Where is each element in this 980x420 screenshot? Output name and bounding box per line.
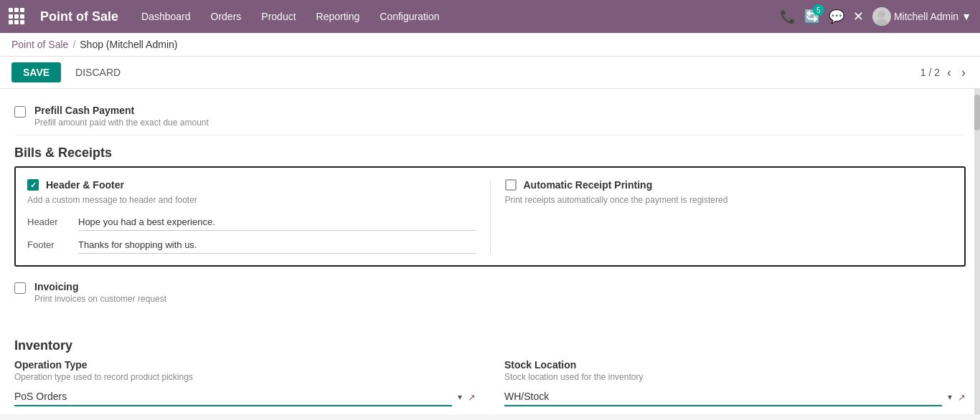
user-name: Mitchell Admin	[894, 11, 958, 22]
stock-location-hint: Stock location used for the inventory	[504, 372, 966, 382]
operation-type-label: Operation Type	[14, 359, 476, 371]
header-input[interactable]	[78, 214, 476, 231]
next-page-button[interactable]: ›	[958, 64, 969, 82]
auto-receipt-section: Automatic Receipt Printing Print receipt…	[505, 179, 953, 254]
prefill-info: Prefill Cash Payment Prefill amount paid…	[34, 105, 209, 128]
operation-type-group: Operation Type Operation type used to re…	[14, 359, 476, 406]
invoicing-checkbox-wrap[interactable]	[14, 282, 26, 296]
topnav: Point of Sale Dashboard Orders Product R…	[0, 0, 980, 33]
footer-label: Footer	[27, 237, 67, 250]
chat-icon[interactable]: 💬	[829, 9, 844, 24]
invoicing-row: Invoicing Print invoices on customer req…	[14, 274, 966, 311]
user-dropdown-icon: ▼	[961, 11, 971, 22]
invoicing-checkbox[interactable]	[14, 282, 26, 294]
nav-configuration[interactable]: Configuration	[371, 6, 448, 27]
topnav-right: 📞 🔄 5 💬 ✕ Mitchell Admin ▼	[780, 7, 971, 26]
scrollbar-track	[974, 89, 980, 414]
stock-location-select[interactable]: WH/Stock	[504, 388, 942, 406]
operation-type-col: Operation Type Operation type used to re…	[14, 359, 476, 414]
bills-receipts-box: Header & Footer Add a custom message to …	[14, 166, 966, 267]
footer-input[interactable]	[78, 237, 476, 254]
header-footer-header: Header & Footer	[27, 179, 476, 191]
stock-location-arrow: ▾	[948, 392, 952, 402]
main-content: Prefill Cash Payment Prefill amount paid…	[0, 89, 980, 414]
save-button[interactable]: SAVE	[11, 62, 61, 82]
stock-location-label: Stock Location	[504, 359, 966, 371]
breadcrumb-parent[interactable]: Point of Sale	[11, 39, 68, 50]
inventory-section: Inventory Operation Type Operation type …	[0, 320, 980, 414]
prefill-checkbox[interactable]	[14, 106, 26, 118]
nav-reporting[interactable]: Reporting	[308, 6, 369, 27]
bills-receipts-heading: Bills & Receipts	[14, 135, 966, 166]
action-buttons: SAVE DISCARD	[11, 62, 129, 82]
svg-point-1	[876, 19, 887, 26]
auto-receipt-label: Automatic Receipt Printing	[524, 179, 653, 191]
topnav-menu: Dashboard Orders Product Reporting Confi…	[133, 6, 765, 27]
action-bar: SAVE DISCARD 1 / 2 ‹ ›	[0, 57, 980, 89]
nav-orders[interactable]: Orders	[202, 6, 250, 27]
prefill-section: Prefill Cash Payment Prefill amount paid…	[0, 89, 980, 320]
footer-input-wrap	[78, 237, 476, 254]
prefill-label: Prefill Cash Payment	[34, 105, 209, 116]
pagination: 1 / 2 ‹ ›	[920, 64, 969, 82]
inventory-heading: Inventory	[14, 328, 966, 359]
auto-receipt-checkbox[interactable]	[505, 179, 517, 191]
nav-product[interactable]: Product	[253, 6, 304, 27]
inventory-cols: Operation Type Operation type used to re…	[14, 359, 966, 414]
prefill-checkbox-wrap[interactable]	[14, 106, 26, 120]
prev-page-button[interactable]: ‹	[944, 64, 954, 82]
stock-location-group: Stock Location Stock location used for t…	[504, 359, 966, 406]
footer-row: Footer	[27, 237, 476, 254]
prefill-row: Prefill Cash Payment Prefill amount paid…	[14, 97, 966, 135]
updates-icon[interactable]: 🔄 5	[804, 9, 820, 24]
user-menu[interactable]: Mitchell Admin ▼	[872, 7, 971, 26]
breadcrumb-separator: /	[72, 39, 75, 50]
apps-icon[interactable]	[9, 8, 26, 25]
user-avatar	[872, 7, 891, 26]
operation-type-external-link[interactable]: ↗	[468, 392, 476, 403]
auto-receipt-header: Automatic Receipt Printing	[505, 179, 953, 191]
breadcrumb-bar: Point of Sale / Shop (Mitchell Admin)	[0, 33, 980, 57]
prefill-hint: Prefill amount paid with the exact due a…	[34, 118, 209, 128]
bills-receipts-inner: Header & Footer Add a custom message to …	[27, 179, 953, 254]
header-label: Header	[27, 214, 67, 227]
nav-dashboard[interactable]: Dashboard	[133, 6, 199, 27]
close-icon[interactable]: ✕	[853, 9, 864, 24]
breadcrumb: Point of Sale / Shop (Mitchell Admin)	[11, 39, 177, 50]
discard-button[interactable]: DISCARD	[67, 62, 129, 82]
header-row: Header	[27, 214, 476, 231]
operation-type-row: PoS Orders ▾ ↗	[14, 388, 476, 406]
operation-type-hint: Operation type used to record product pi…	[14, 372, 476, 382]
svg-point-0	[878, 11, 885, 18]
header-input-wrap	[78, 214, 476, 231]
auto-receipt-hint: Print receipts automatically once the pa…	[505, 195, 953, 205]
pagination-label: 1 / 2	[920, 67, 940, 78]
stock-location-col: Stock Location Stock location used for t…	[504, 359, 966, 414]
invoicing-hint: Print invoices on customer request	[34, 294, 166, 304]
header-footer-label: Header & Footer	[46, 179, 124, 191]
header-footer-checkbox[interactable]	[27, 179, 39, 191]
header-footer-section: Header & Footer Add a custom message to …	[27, 179, 476, 254]
phone-icon[interactable]: 📞	[780, 9, 796, 24]
stock-location-row: WH/Stock ▾ ↗	[504, 388, 966, 406]
operation-type-select[interactable]: PoS Orders	[14, 388, 452, 406]
header-footer-hint: Add a custom message to header and foote…	[27, 195, 476, 205]
box-divider	[490, 179, 491, 254]
stock-location-external-link[interactable]: ↗	[958, 392, 966, 403]
app-title: Point of Sale	[40, 9, 118, 24]
updates-badge: 5	[813, 4, 824, 16]
invoicing-info: Invoicing Print invoices on customer req…	[34, 281, 166, 304]
scrollbar-thumb[interactable]	[974, 95, 980, 130]
operation-type-arrow: ▾	[458, 392, 462, 402]
breadcrumb-current: Shop (Mitchell Admin)	[80, 39, 177, 50]
invoicing-label: Invoicing	[34, 281, 166, 292]
